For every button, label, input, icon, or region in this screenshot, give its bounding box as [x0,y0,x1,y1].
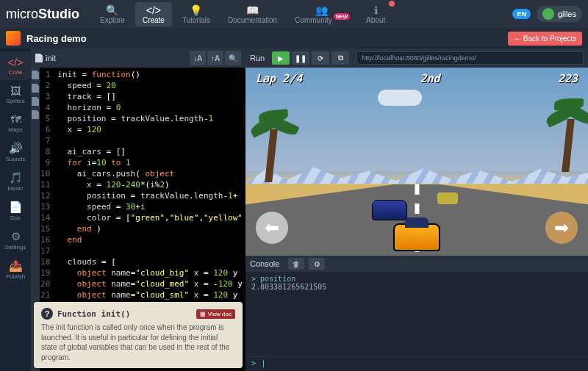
console-output: > position 2.803381265621505 [245,272,588,356]
username-label: gilles [558,10,576,18]
console-label: Console [250,259,279,268]
nav-tutorials[interactable]: 💡Tutorials [175,2,218,26]
music-icon: 🎵 [9,171,23,184]
sort-asc-button[interactable]: ↑A [207,51,223,65]
code-icon: </> [146,4,161,16]
search-button[interactable]: 🔍 [225,51,241,65]
info-icon: ℹ [374,4,378,16]
hud-score: 223 [558,72,578,85]
hud-position: 2nd [420,72,440,85]
new-badge: NEW [334,13,350,20]
side-sounds[interactable]: 🔊Sounds [0,137,31,167]
file-item[interactable] [32,110,39,119]
map-icon: 🗺 [10,113,21,126]
avatar-icon [542,8,554,20]
doc-hint: ? Function init() ▦ View doc The init fu… [34,302,243,368]
search-icon: 🔍 [106,4,118,16]
file-icon [35,54,43,62]
language-switch[interactable]: EN [512,9,531,19]
hud-lap: Lap 2/4 [256,72,302,85]
side-code[interactable]: </>Code [0,51,31,80]
image-icon: 🖼 [10,84,21,97]
file-item[interactable] [32,97,39,106]
side-music[interactable]: 🎵Music [0,167,31,196]
help-icon: ? [41,308,53,320]
bulb-icon: 💡 [190,4,202,16]
nav-explore[interactable]: 🔍Explore [93,2,132,26]
code-icon: </> [7,56,24,68]
run-url[interactable]: http://localhost:8080/gilles/racingdemo/ [356,51,584,65]
play-button[interactable]: ▶ [272,51,290,65]
side-sprites[interactable]: 🖼Sprites [0,80,31,109]
file-tab[interactable]: init [35,54,56,62]
sound-icon: 🔊 [9,142,23,155]
game-preview[interactable]: Lap 2/4 2nd 223 ⬅ ➡ [245,68,588,256]
side-maps[interactable]: 🗺Maps [0,109,31,137]
reload-button[interactable]: ⟳ [312,51,329,65]
nav-documentation[interactable]: 📖Documentation [220,2,284,26]
publish-icon: 📤 [9,259,23,273]
back-to-projects-button[interactable]: ← Back to Projects [508,32,582,46]
nav-create[interactable]: </>Create [135,2,172,26]
hint-title: Function init() [57,309,192,319]
pause-button[interactable]: ❚❚ [292,51,309,65]
side-doc[interactable]: 📄Doc [0,196,31,226]
console-settings-button[interactable]: ⚙ [309,258,325,270]
book-icon: 📖 [246,4,259,16]
steer-right-button[interactable]: ➡ [545,212,578,244]
filename-label: init [46,54,56,62]
project-title: Racing demo [26,33,508,44]
nav-community[interactable]: 👥CommunityNEW [287,2,356,26]
view-doc-button[interactable]: ▦ View doc [196,309,235,319]
gear-icon: ⚙ [11,230,21,243]
app-logo: microStudio [6,7,79,22]
side-publish[interactable]: 📤Publish [0,255,31,284]
user-menu[interactable]: gilles [537,6,582,22]
detach-button[interactable]: ⧉ [331,51,349,65]
community-icon: 👥 [315,4,328,16]
steer-left-button[interactable]: ⬅ [256,212,288,244]
file-item[interactable] [32,71,39,79]
side-settings[interactable]: ⚙Settings [0,226,31,255]
hint-body: The init function is called only once wh… [41,323,235,362]
file-item[interactable] [32,84,39,93]
console-clear-button[interactable]: 🗑 [288,258,304,270]
sort-desc-button[interactable]: ↓A [190,51,206,65]
project-icon [6,31,21,46]
console-input[interactable]: > | [245,356,588,371]
doc-icon: 📄 [9,201,23,214]
nav-about[interactable]: ℹAbout [359,2,392,26]
run-label: Run [250,54,265,62]
